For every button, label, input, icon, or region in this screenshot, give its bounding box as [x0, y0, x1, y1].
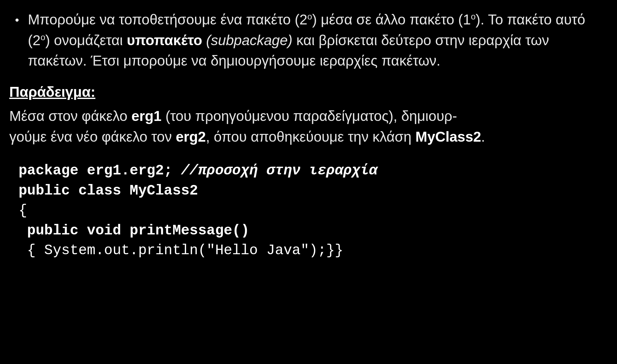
text-fragment: , όπου αποθηκεύουμε την κλάση: [206, 129, 415, 145]
code-line: public class MyClass2: [19, 183, 198, 199]
text-fragment: ) ονομάζεται: [45, 32, 127, 48]
text-fragment: γούμε ένα νέο φάκελο τον: [9, 129, 176, 145]
code-line: { System.out.println("Hello Java");}}: [19, 242, 343, 259]
code-line: package erg1.erg2;: [19, 163, 172, 179]
slide: Μπορούμε να τοποθετήσουμε ένα πακέτο (2o…: [0, 0, 617, 364]
example-heading: Παράδειγμα:: [9, 84, 608, 100]
text-bold: MyClass2: [415, 129, 481, 145]
text-fragment: Μπορούμε να τοποθετήσουμε ένα πακέτο (2: [28, 11, 307, 28]
text-fragment: Μέσα στον φάκελο: [9, 108, 131, 124]
bullet-text: Μπορούμε να τοποθετήσουμε ένα πακέτο (2o…: [28, 9, 608, 71]
text-fragment: (του προηγούμενου παραδείγματος), δημιου…: [162, 108, 457, 124]
code-line: public void printMessage(): [19, 223, 249, 239]
text-fragment: ) μέσα σε άλλο πακέτο (1: [312, 11, 471, 28]
text-fragment: .: [481, 129, 485, 145]
text-italic: (subpackage): [202, 32, 293, 48]
code-comment: //προσοχή στην ιεραρχία: [172, 163, 378, 179]
text-bold: erg2: [176, 129, 206, 145]
text-bold: erg1: [131, 108, 161, 124]
code-line: {: [19, 203, 27, 219]
superscript: o: [471, 12, 476, 21]
example-body: Μέσα στον φάκελο erg1 (του προηγούμενου …: [9, 106, 608, 147]
superscript: o: [307, 12, 312, 21]
bullet-dot: [15, 19, 19, 22]
text-bold: υποπακέτο: [127, 32, 202, 48]
superscript: o: [41, 32, 45, 42]
code-block: package erg1.erg2; //προσοχή στην ιεραρχ…: [19, 161, 608, 260]
bullet-item: Μπορούμε να τοποθετήσουμε ένα πακέτο (2o…: [9, 9, 608, 71]
